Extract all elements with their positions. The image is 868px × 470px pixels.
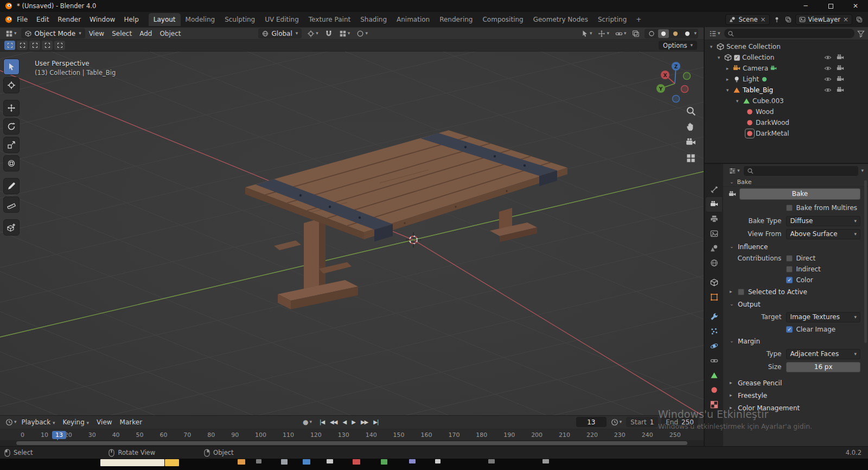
disclosure-triangle[interactable]: ▸ [724, 66, 731, 71]
view-layer-remove-icon[interactable]: × [843, 16, 848, 23]
outliner-row-collection[interactable]: ▾ ✓ Collection [705, 52, 868, 63]
maximize-button[interactable] [818, 0, 843, 12]
select-mode-extend-button[interactable] [17, 41, 28, 50]
freestyle-panel-header[interactable]: ▸Freestyle [723, 389, 868, 402]
tab-scripting[interactable]: Scripting [593, 13, 631, 26]
snap-toggle-icon[interactable] [324, 30, 334, 37]
outliner-row-darkmetal[interactable]: DarkMetal [705, 128, 868, 139]
blender-menu-icon[interactable] [5, 16, 12, 23]
properties-tab-output[interactable] [706, 212, 722, 226]
cursor-tool[interactable] [3, 77, 20, 93]
pan-hand-icon[interactable] [686, 122, 696, 132]
menu-window[interactable]: Window [85, 16, 119, 23]
clear-image-checkbox[interactable]: ✓ [786, 326, 793, 333]
current-frame-field[interactable]: 13 [576, 417, 607, 427]
tab-geometry-nodes[interactable]: Geometry Nodes [528, 13, 593, 26]
disclosure-triangle[interactable]: ▾ [734, 98, 741, 104]
timeline-scrollbar[interactable] [0, 440, 704, 446]
shading-rendered-icon[interactable] [682, 29, 693, 38]
scale-tool[interactable] [3, 137, 20, 153]
pin-scene-icon[interactable] [773, 16, 781, 23]
view-layer-selector[interactable]: ViewLayer × [795, 14, 852, 25]
tab-rendering[interactable]: Rendering [435, 13, 477, 26]
tab-uv-editing[interactable]: UV Editing [260, 13, 304, 26]
zoom-icon[interactable] [686, 106, 696, 116]
outliner-filter-icon[interactable] [857, 30, 865, 37]
selectability-dropdown[interactable]: ▾ [580, 30, 593, 37]
properties-tab-object-data[interactable] [706, 368, 722, 383]
start-frame-field[interactable]: Start1 [626, 417, 658, 427]
hide-eye-toggle[interactable] [824, 54, 832, 61]
taskbar-icon-fragment[interactable] [256, 459, 261, 463]
tab-layout[interactable]: Layout [149, 13, 181, 26]
menu-tl-view[interactable]: View [93, 418, 116, 426]
view-from-dropdown[interactable]: Above Surface▾ [786, 229, 860, 239]
properties-tab-texture[interactable] [706, 397, 722, 412]
properties-tab-scene[interactable] [706, 241, 722, 256]
mode-dropdown[interactable]: Object Mode ▾ [21, 28, 85, 39]
tab-modeling[interactable]: Modeling [181, 13, 220, 26]
timeline-editor-type-icon[interactable]: ▾ [4, 418, 18, 426]
render-visibility-toggle[interactable] [837, 54, 844, 61]
taskbar-icon-fragment[interactable] [100, 459, 164, 466]
margin-section-header[interactable]: ⌄Margin [723, 335, 868, 347]
outliner-row-wood[interactable]: Wood [705, 106, 868, 117]
hide-eye-toggle[interactable] [824, 65, 832, 72]
render-visibility-toggle[interactable] [837, 86, 844, 94]
next-keyframe-icon[interactable]: ▶▶ [359, 419, 370, 425]
selected-to-active-checkbox[interactable]: ✓ [738, 289, 744, 295]
hide-eye-toggle[interactable] [824, 86, 832, 94]
color-management-panel-header[interactable]: ▸Color Management [723, 402, 868, 414]
menu-file[interactable]: File [12, 16, 32, 23]
shading-wireframe-icon[interactable] [646, 29, 657, 38]
properties-tab-view-layer[interactable] [706, 226, 722, 241]
menu-playback[interactable]: Playback ▾ [18, 418, 59, 426]
add-cube-tool[interactable] [3, 219, 20, 236]
target-dropdown[interactable]: Image Textures▾ [786, 312, 860, 322]
transform-tool[interactable] [3, 155, 20, 172]
close-button[interactable]: ✕ [843, 0, 868, 12]
outliner-editor-type-icon[interactable]: ▾ [708, 30, 722, 37]
margin-type-dropdown[interactable]: Adjacent Faces▾ [786, 349, 860, 359]
current-frame-indicator[interactable]: 13 [52, 431, 66, 439]
properties-tab-object[interactable] [706, 290, 722, 304]
editor-type-icon[interactable]: ▾ [4, 30, 18, 37]
properties-filter-icon[interactable]: ▾ [861, 168, 864, 173]
outliner-row-cube-003[interactable]: ▾ Cube.003 [705, 96, 868, 106]
menu-view[interactable]: View [85, 30, 108, 37]
ortho-grid-icon[interactable] [686, 153, 696, 163]
outliner-row-scene-collection[interactable]: ▾ Scene Collection [705, 41, 868, 52]
gizmo-x-negative[interactable] [681, 86, 688, 93]
options-button[interactable]: Options ▾ [659, 41, 697, 50]
tab-shading[interactable]: Shading [355, 13, 392, 26]
output-section-header[interactable]: ⌄Output [723, 298, 868, 310]
overlays-dropdown[interactable]: ▾ [614, 30, 628, 37]
disclosure-triangle[interactable]: ▾ [716, 55, 722, 60]
outliner-row-table-big[interactable]: ▾ Table_Big [705, 85, 868, 96]
timeline-scrollbar-handle[interactable] [16, 441, 687, 445]
disclosure-triangle[interactable]: ▾ [724, 87, 731, 93]
taskbar-icon-fragment[interactable] [281, 459, 288, 465]
select-mode-intersect-button[interactable] [54, 41, 65, 50]
properties-tab-particles[interactable] [706, 324, 722, 339]
menu-edit[interactable]: Edit [32, 16, 53, 23]
annotate-tool[interactable] [3, 178, 20, 194]
menu-keying[interactable]: Keying ▾ [59, 418, 93, 426]
tweak-select-tool[interactable] [3, 59, 20, 75]
outliner-search-input[interactable] [724, 29, 854, 38]
direct-checkbox[interactable]: ✓ [786, 255, 793, 262]
grease-pencil-panel-header[interactable]: ▸Grease Pencil [723, 377, 868, 389]
xray-toggle-icon[interactable] [631, 30, 641, 37]
selected-to-active-header[interactable]: ▸ ✓ Selected to Active [723, 285, 868, 298]
hide-eye-toggle[interactable] [824, 75, 832, 83]
properties-tab-render[interactable] [706, 197, 722, 212]
properties-tab-world[interactable] [706, 256, 722, 270]
bake-button[interactable]: Bake [739, 188, 860, 200]
timeline-ruler[interactable]: 0102030405060708090100110120130140150160… [0, 429, 704, 441]
tab-sculpting[interactable]: Sculpting [220, 13, 260, 26]
tab-texture-paint[interactable]: Texture Paint [304, 13, 355, 26]
bake-panel-header[interactable]: ⌄Bake [723, 177, 868, 187]
jump-to-end-icon[interactable]: ▶| [371, 419, 380, 425]
properties-tab-collection[interactable] [706, 275, 722, 290]
gizmo-y-negative[interactable] [684, 73, 691, 80]
